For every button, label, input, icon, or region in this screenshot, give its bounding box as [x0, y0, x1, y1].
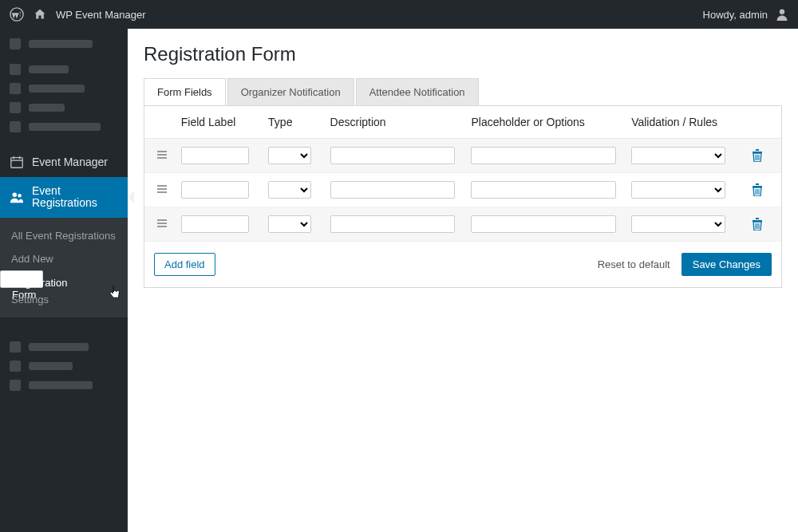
table-header: Field Label Type Description Placeholder… — [144, 106, 781, 139]
th-type: Type — [268, 116, 330, 128]
sidebar-item-event-registrations[interactable]: Event Registrations — [0, 177, 128, 218]
page-title: Registration Form — [144, 43, 782, 65]
svg-rect-18 — [157, 191, 167, 193]
field-label-input[interactable] — [181, 181, 249, 199]
sidebar-skeleton — [10, 38, 118, 49]
field-label-input[interactable] — [181, 215, 249, 233]
submenu-registration-form[interactable]: Registration Form — [0, 270, 43, 288]
save-changes-button[interactable]: Save Changes — [681, 253, 772, 276]
reset-default-link[interactable]: Reset to default — [598, 258, 670, 270]
calendar-icon — [10, 155, 24, 169]
admin-sidebar: Event Manager Event Registrations All Ev… — [0, 29, 128, 532]
submenu-add-new[interactable]: Add New — [0, 247, 128, 270]
svg-point-7 — [18, 194, 22, 198]
svg-rect-16 — [157, 185, 167, 187]
sidebar-skeleton — [10, 83, 118, 94]
sidebar-submenu: All Event Registrations Add New Registra… — [0, 218, 128, 317]
field-placeholder-input[interactable] — [471, 215, 616, 233]
fields-panel: Field Label Type Description Placeholder… — [144, 106, 782, 288]
submenu-all-registrations[interactable]: All Event Registrations — [0, 224, 128, 247]
svg-rect-9 — [157, 154, 167, 156]
field-row — [144, 207, 781, 242]
delete-icon[interactable] — [752, 218, 763, 231]
users-icon — [10, 190, 24, 204]
delete-icon[interactable] — [752, 149, 763, 162]
field-row — [144, 173, 781, 207]
sidebar-skeleton — [10, 64, 118, 75]
add-field-button[interactable]: Add field — [154, 253, 215, 276]
field-label-input[interactable] — [181, 147, 249, 164]
topbar-right: Howdy, admin — [703, 8, 788, 21]
field-type-select[interactable] — [268, 181, 311, 199]
drag-handle-icon[interactable] — [157, 184, 167, 194]
topbar-left: WP Event Manager — [10, 7, 145, 22]
th-placeholder: Placeholder or Options — [471, 116, 631, 128]
home-icon[interactable] — [34, 8, 46, 21]
sidebar-item-label: Event Manager — [32, 156, 108, 168]
field-validation-select[interactable] — [631, 147, 725, 164]
field-description-input[interactable] — [330, 215, 455, 233]
svg-rect-24 — [157, 219, 167, 221]
sidebar-skeleton — [10, 102, 118, 113]
svg-point-1 — [780, 10, 784, 14]
user-icon[interactable] — [776, 8, 788, 21]
field-description-input[interactable] — [330, 147, 455, 164]
field-placeholder-input[interactable] — [471, 181, 616, 199]
field-row — [144, 139, 781, 173]
svg-rect-2 — [11, 158, 22, 168]
th-validation: Validation / Rules — [631, 116, 746, 128]
svg-rect-17 — [157, 188, 167, 190]
svg-rect-26 — [157, 226, 167, 227]
svg-point-6 — [13, 193, 17, 197]
sidebar-item-label: Event Registrations — [32, 185, 118, 210]
tab-form-fields[interactable]: Form Fields — [144, 78, 226, 105]
th-description: Description — [330, 116, 472, 128]
wordpress-logo-icon[interactable] — [10, 7, 24, 22]
th-label: Field Label — [181, 116, 268, 128]
svg-rect-25 — [157, 223, 167, 224]
main-content: Registration Form Form Fields Organizer … — [128, 29, 798, 532]
field-type-select[interactable] — [268, 215, 311, 233]
panel-actions: Add field Reset to default Save Changes — [144, 242, 781, 287]
drag-handle-icon[interactable] — [157, 150, 167, 160]
tabs: Form Fields Organizer Notification Atten… — [144, 78, 782, 106]
field-validation-select[interactable] — [631, 181, 725, 199]
delete-icon[interactable] — [752, 183, 763, 196]
tab-attendee-notification[interactable]: Attendee Notification — [356, 78, 479, 105]
admin-topbar: WP Event Manager Howdy, admin — [0, 0, 798, 29]
app-title[interactable]: WP Event Manager — [56, 9, 145, 21]
sidebar-item-event-manager[interactable]: Event Manager — [0, 147, 128, 177]
field-placeholder-input[interactable] — [471, 147, 616, 164]
layout: Event Manager Event Registrations All Ev… — [0, 29, 798, 532]
svg-rect-10 — [157, 157, 167, 159]
svg-rect-8 — [157, 151, 167, 152]
svg-rect-20 — [756, 183, 759, 185]
svg-rect-12 — [756, 149, 759, 151]
sidebar-skeleton — [10, 380, 118, 391]
field-description-input[interactable] — [330, 181, 455, 199]
field-validation-select[interactable] — [631, 215, 725, 233]
greeting-text[interactable]: Howdy, admin — [703, 9, 768, 21]
tab-organizer-notification[interactable]: Organizer Notification — [227, 78, 354, 105]
sidebar-skeleton — [10, 121, 118, 132]
field-type-select[interactable] — [268, 147, 311, 164]
drag-handle-icon[interactable] — [157, 219, 167, 228]
sidebar-skeleton — [10, 341, 118, 353]
svg-rect-28 — [756, 218, 759, 219]
sidebar-skeleton — [10, 361, 118, 372]
